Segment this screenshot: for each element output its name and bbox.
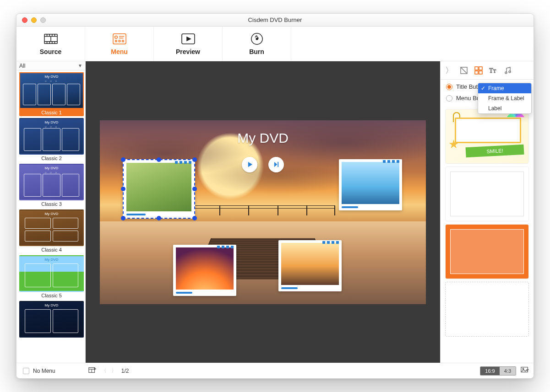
frame-tab[interactable] [474,66,483,75]
tab-burn[interactable]: Burn [223,27,291,61]
next-page-button[interactable]: 〉 [111,367,117,375]
collapse-panel-button[interactable]: 〉 [445,65,453,76]
template-caption [19,338,84,339]
template-item[interactable]: My DVD Classic 4 [19,209,84,253]
background-image-button[interactable] [521,366,529,376]
radio-icon [446,84,452,90]
dropdown-option[interactable]: Frame [478,83,531,93]
preview-icon [181,32,195,45]
svg-rect-29 [479,67,482,70]
template-item[interactable]: My DVD [19,301,84,339]
playback-controls [242,157,284,172]
aspect-16-9[interactable]: 16:9 [480,367,499,375]
template-item[interactable]: My DVD Classic 5 [19,255,84,299]
text-tab[interactable]: TT [489,66,497,75]
frame-style-dropdown[interactable]: Frame Frame & Label Label [478,83,532,114]
template-sidebar: All ▼ My DVD○ ○ ○ Classic 1 My DVD○ ○ ○ … [16,61,86,363]
template-filter-dropdown[interactable]: All ▼ [16,61,85,70]
aspect-ratio-toggle[interactable]: 16:9 4:3 [480,366,516,376]
svg-rect-25 [278,162,278,167]
menu-item-clip-3[interactable] [173,245,236,296]
footer-bar: No Menu 〈 〉 1/2 16:9 4:3 [16,363,534,378]
properties-tabs: 〉 TT [441,61,534,80]
dropdown-option[interactable]: Frame & Label [478,93,531,103]
svg-rect-30 [475,71,478,74]
template-caption: Classic 4 [19,246,84,253]
tab-label: Preview [176,48,200,55]
chevron-down-icon: ▼ [78,63,82,68]
svg-point-13 [114,36,117,38]
frame-option[interactable]: ★ SMILE! [445,109,529,164]
template-caption: Classic 2 [19,155,84,162]
aspect-4-3[interactable]: 4:3 [500,367,516,375]
no-menu-label: No Menu [33,368,55,374]
tab-label: Burn [249,48,264,55]
svg-line-27 [461,68,467,73]
add-page-button[interactable] [88,366,97,376]
frame-option[interactable] [445,166,529,221]
svg-point-16 [122,40,124,42]
svg-marker-23 [248,162,252,167]
svg-text:T: T [489,67,493,74]
frame-option[interactable] [445,282,529,337]
frame-label: SMILE! [466,145,524,158]
svg-marker-24 [274,162,277,167]
svg-rect-12 [113,33,125,44]
template-list[interactable]: My DVD○ ○ ○ Classic 1 My DVD○ ○ ○ Classi… [16,70,85,363]
disc-burn-icon [250,32,264,45]
svg-rect-28 [475,67,478,70]
template-item[interactable]: My DVD○ ○ ○ Classic 2 [19,118,84,162]
svg-point-35 [509,71,511,73]
page-indicator: 1/2 [121,368,129,374]
svg-point-34 [505,72,507,74]
svg-point-14 [115,40,117,42]
svg-marker-20 [187,37,191,41]
menu-item-clip-4[interactable] [278,240,342,291]
window-title: Cisdem DVD Burner [16,16,534,23]
next-button[interactable] [268,157,284,172]
menu-template-icon [113,32,126,45]
svg-point-15 [119,40,120,42]
frame-option[interactable] [445,224,529,279]
filter-value: All [19,63,25,69]
dropdown-option[interactable]: Label [478,103,531,113]
svg-point-22 [256,38,258,40]
frame-gallery[interactable]: ★ SMILE! [441,106,534,363]
tab-label: Menu [111,48,128,55]
menu-item-clip-2[interactable] [339,159,402,210]
tab-menu[interactable]: Menu [85,27,154,61]
filmstrip-icon [44,32,58,45]
tab-source[interactable]: Source [16,27,85,61]
no-menu-checkbox[interactable]: No Menu [23,368,55,374]
svg-point-42 [523,368,524,370]
template-caption: Classic 3 [19,200,84,208]
template-caption: Classic 5 [19,292,84,299]
template-item[interactable]: My DVD○ ○ ○ Classic 1 [19,72,84,116]
music-tab[interactable] [504,66,512,75]
play-button[interactable] [242,157,257,172]
titlebar: Cisdem DVD Burner [16,14,534,27]
star-icon: ★ [448,137,459,151]
menu-canvas-area: My DVD [86,61,440,363]
template-item[interactable]: My DVD○ ○ ○ Classic 3 [19,164,84,208]
properties-panel: 〉 TT Title Button Menu Button Frame Fram… [440,61,534,363]
prev-page-button[interactable]: 〈 [101,367,107,375]
template-caption: Classic 1 [19,109,84,116]
checkbox-icon [23,368,29,374]
svg-rect-31 [479,71,482,74]
app-window: Cisdem DVD Burner Source Menu Preview Bu… [16,13,534,379]
menu-title-text[interactable]: My DVD [100,130,426,146]
tab-label: Source [40,48,61,55]
tab-preview[interactable]: Preview [154,27,223,61]
menu-item-clip-1[interactable] [123,159,195,219]
menu-canvas[interactable]: My DVD [100,120,426,304]
no-frame-tab[interactable] [460,66,468,75]
radio-icon [446,95,452,102]
svg-text:T: T [493,69,496,74]
main-toolbar: Source Menu Preview Burn [16,27,534,61]
